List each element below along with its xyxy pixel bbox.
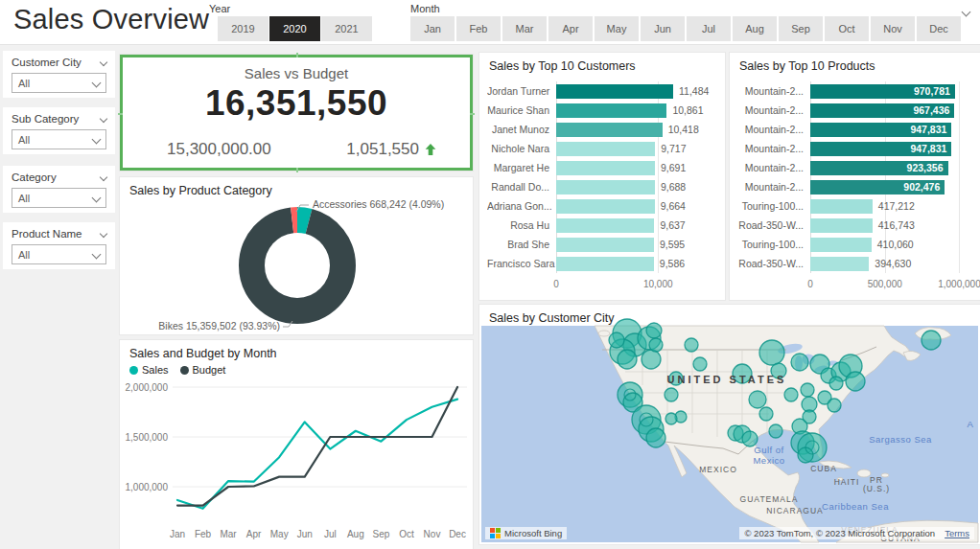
bar-road-350-w-[interactable] (810, 257, 869, 271)
bar-jordan-turner[interactable] (556, 84, 673, 99)
chevron-down-icon (92, 194, 102, 203)
bar-track: 9,664 (556, 199, 719, 214)
bar-touring-100-[interactable] (810, 238, 872, 252)
bar-mountain-2-[interactable]: 970,781 (810, 84, 955, 99)
city-bubble[interactable] (749, 391, 766, 408)
city-bubble[interactable] (829, 377, 843, 390)
map-label-guatemala: GUATEMALA (740, 494, 799, 504)
slicer-dropdown[interactable]: All (12, 129, 106, 149)
bar-row: Jordan Turner11,484 (487, 81, 719, 101)
city-bubble[interactable] (801, 383, 814, 397)
chevron-down-icon[interactable] (100, 230, 107, 238)
bar-row: Francisco Sara9,586 (487, 254, 719, 273)
line-series-budget[interactable] (177, 387, 457, 506)
bar-row: Brad She9,595 (487, 235, 719, 254)
city-bubble[interactable] (685, 338, 698, 352)
panel-sales-and-budget-by-month: Sales and Budget by Month SalesBudget 1,… (120, 340, 473, 549)
category-label: Brad She (487, 239, 556, 250)
x-tick: Feb (195, 529, 212, 539)
bar-mountain-2-[interactable]: 923,356 (810, 161, 948, 175)
donut-slice-bikes[interactable] (252, 220, 343, 311)
city-bubble[interactable] (828, 399, 841, 412)
chevron-down-icon[interactable] (962, 8, 971, 17)
city-bubble[interactable] (649, 338, 663, 352)
city-bubble[interactable] (922, 331, 941, 350)
month-button-jan[interactable]: Jan (410, 16, 455, 41)
city-bubble[interactable] (665, 413, 677, 424)
category-label: Touring-100... (737, 200, 810, 212)
terms-link[interactable]: Terms (945, 528, 969, 538)
slicer-dropdown[interactable]: All (12, 73, 106, 93)
bar-track: 947,831 (810, 123, 974, 137)
chevron-down-icon[interactable] (100, 58, 107, 66)
slicer-dropdown[interactable]: All (12, 244, 106, 264)
city-bubble[interactable] (846, 372, 865, 391)
year-button-2019[interactable]: 2019 (218, 16, 268, 41)
bar-touring-100-[interactable] (810, 199, 873, 214)
value-label: 967,436 (913, 104, 949, 116)
month-button-feb[interactable]: Feb (456, 16, 501, 41)
chart-title: Sales by Top 10 Customers (489, 59, 636, 73)
map-label-gulf-of: Gulf of (754, 445, 784, 455)
month-button-jul[interactable]: Jul (687, 16, 731, 41)
selection-handle (296, 53, 298, 57)
bar-janet-munoz[interactable] (556, 123, 663, 137)
city-bubble[interactable] (642, 350, 661, 369)
bar-maurice-shan[interactable] (556, 103, 666, 118)
bar-brad-she[interactable] (556, 238, 654, 252)
value-label: 410,060 (877, 239, 914, 250)
bar-road-350-w-[interactable] (810, 218, 873, 233)
x-tick: May (270, 529, 289, 539)
bar-adriana-gon-[interactable] (556, 199, 655, 214)
chevron-down-icon[interactable] (100, 173, 107, 181)
map-label-united-states: UNITED STATES (667, 374, 787, 385)
city-bubble[interactable] (646, 428, 665, 447)
bar-track: 9,717 (556, 142, 719, 156)
panel-sales-by-product-category: Sales by Product Category Accessories 66… (120, 177, 473, 334)
map-label-haiti: HAITI (834, 477, 860, 487)
slicer-label: Product Name (12, 228, 82, 240)
slicer-dropdown[interactable]: All (12, 188, 106, 208)
map-attribution: © 2023 TomTom, © 2023 Microsoft Corporat… (739, 527, 974, 539)
bar-mountain-2-[interactable]: 947,831 (810, 142, 951, 156)
bar-rosa-hu[interactable] (556, 218, 654, 233)
year-button-2020[interactable]: 2020 (269, 16, 320, 41)
bar-row: Mountain-2...923,356 (737, 158, 974, 177)
city-bubble[interactable] (791, 354, 808, 371)
city-bubble[interactable] (693, 357, 707, 371)
bar-nichole-nara[interactable] (556, 142, 655, 156)
x-tick: Dec (449, 529, 466, 539)
city-bubble[interactable] (609, 332, 624, 348)
bar-mountain-2-[interactable]: 947,831 (810, 123, 951, 137)
month-button-oct[interactable]: Oct (825, 16, 869, 41)
category-label: Road-350-W... (737, 219, 810, 231)
month-button-apr[interactable]: Apr (548, 16, 593, 41)
slicer-customer-city: Customer CityAll (3, 51, 115, 98)
bar-mountain-2-[interactable]: 967,436 (810, 103, 954, 118)
month-button-sep[interactable]: Sep (779, 16, 823, 41)
bar-randall-do-[interactable] (556, 180, 655, 194)
month-button-nov[interactable]: Nov (871, 16, 915, 41)
map: UNITED STATESMEXICOCUBAHAITIPR(U.S.)GUAT… (481, 326, 978, 542)
bar-margaret-he[interactable] (556, 161, 655, 175)
city-bubble[interactable] (769, 424, 782, 438)
month-button-may[interactable]: May (595, 16, 639, 41)
month-button-aug[interactable]: Aug (733, 16, 777, 41)
chevron-down-icon[interactable] (100, 115, 107, 123)
month-button-jun[interactable]: Jun (641, 16, 685, 41)
slicer-category: CategoryAll (3, 166, 115, 213)
month-button-dec[interactable]: Dec (917, 16, 961, 41)
city-bubble[interactable] (646, 323, 662, 338)
bar-mountain-2-[interactable]: 902,476 (810, 180, 945, 194)
city-bubble[interactable] (784, 388, 798, 401)
city-bubble[interactable] (759, 340, 784, 365)
city-bubble[interactable] (665, 388, 678, 401)
bar-francisco-sara[interactable] (556, 257, 654, 271)
bar-row: Maurice Shan10,861 (487, 101, 719, 120)
year-button-2021[interactable]: 2021 (321, 16, 372, 41)
city-bubble[interactable] (759, 407, 773, 421)
bar-track: 417,212 (810, 199, 974, 214)
city-bubble[interactable] (618, 350, 637, 369)
map-island-hispaniola (857, 469, 871, 477)
month-button-mar[interactable]: Mar (502, 16, 547, 41)
